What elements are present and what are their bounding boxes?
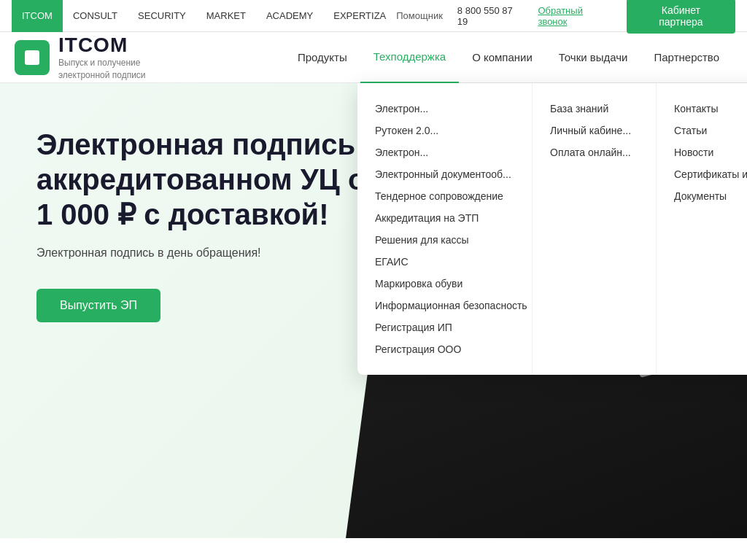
company-dropdown-col: Контакты Статьи Новости Сертификаты и ли… (657, 83, 747, 375)
dropdown-item-electronic[interactable]: Электрон... (375, 141, 514, 163)
nav-partnership[interactable]: Партнерство (641, 32, 733, 83)
callback-link[interactable]: Обратный звонок (538, 5, 611, 27)
top-bar-links: ITCOM CONSULT SECURITY MARKET ACADEMY EX… (12, 0, 396, 32)
dropdown-item-ooo[interactable]: Регистрация ООО (375, 338, 514, 360)
nav-about[interactable]: О компании (459, 32, 546, 83)
phone-number: 8 800 550 87 19 (457, 5, 524, 27)
techsupport-dropdown-col: База знаний Личный кабине... Оплата онла… (533, 83, 657, 375)
dropdown-item-tender[interactable]: Тендерное сопровождение (375, 185, 514, 207)
dropdown-item-news[interactable]: Новости (674, 141, 747, 163)
dropdown-item-certs[interactable]: Сертификаты и лицензии (674, 163, 747, 185)
dropdown-item-docs[interactable]: Документы (674, 185, 747, 207)
top-bar-right: Помощник 8 800 550 87 19 Обратный звонок… (396, 0, 735, 34)
nav-points[interactable]: Точки выдачи (546, 32, 641, 83)
hero-cta-button[interactable]: Выпустить ЭП (36, 289, 160, 322)
dropdown-item-lk[interactable]: Личный кабине... (550, 120, 638, 141)
logo-tagline: Выпуск и получение электронной подписи (58, 57, 175, 82)
topbar-link-consult[interactable]: CONSULT (63, 0, 128, 32)
dropdown-menu: Электрон... Рутокен 2.0... Электрон... Э… (357, 83, 747, 375)
top-bar: ITCOM CONSULT SECURITY MARKET ACADEMY EX… (0, 0, 747, 32)
dropdown-item-ep[interactable]: Электрон... (375, 98, 514, 120)
dropdown-item-infosec[interactable]: Информационная безопасность (375, 295, 514, 316)
topbar-link-academy[interactable]: ACADEMY (256, 0, 323, 32)
dropdown-item-ip[interactable]: Регистрация ИП (375, 316, 514, 338)
topbar-link-security[interactable]: SECURITY (128, 0, 196, 32)
hero-content: Электронная подпись в аккредитованном УЦ… (36, 127, 387, 322)
hero-subtitle: Электронная подпись в день обращения! (36, 246, 387, 260)
header: ITCOM Выпуск и получение электронной под… (0, 32, 747, 83)
logo-icon-square (25, 50, 39, 65)
main-nav: Продукты Техподдержка О компании Точки в… (285, 32, 732, 83)
dropdown-item-contacts[interactable]: Контакты (674, 98, 747, 120)
logo-icon (15, 40, 50, 75)
dropdown-item-rutoken[interactable]: Рутокен 2.0... (375, 120, 514, 141)
logo-text-area: ITCOM Выпуск и получение электронной под… (58, 34, 175, 82)
nav-products[interactable]: Продукты (285, 32, 360, 83)
hero-title: Электронная подпись в аккредитованном УЦ… (36, 127, 387, 232)
products-dropdown-col: Электрон... Рутокен 2.0... Электрон... Э… (357, 83, 533, 375)
logo-text: ITCOM (58, 34, 175, 57)
helper-label: Помощник (396, 10, 443, 21)
cabinet-button[interactable]: Кабинет партнера (627, 0, 735, 34)
topbar-link-itcom[interactable]: ITCOM (12, 0, 63, 32)
dropdown-item-accreditation[interactable]: Аккредитация на ЭТП (375, 207, 514, 229)
nav-techsupport[interactable]: Техподдержка (360, 32, 459, 83)
dropdown-item-knowledge[interactable]: База знаний (550, 98, 638, 120)
logo-area[interactable]: ITCOM Выпуск и получение электронной под… (15, 34, 175, 82)
dropdown-item-articles[interactable]: Статьи (674, 120, 747, 141)
topbar-link-market[interactable]: MARKET (196, 0, 256, 32)
dropdown-item-kassa[interactable]: Решения для кассы (375, 229, 514, 251)
dropdown-item-payment[interactable]: Оплата онлайн... (550, 141, 638, 163)
dropdown-item-shoes[interactable]: Маркировка обуви (375, 273, 514, 295)
topbar-link-expertiza[interactable]: EXPERTIZA (323, 0, 396, 32)
dropdown-item-egais[interactable]: ЕГАИС (375, 251, 514, 273)
dropdown-item-docflow[interactable]: Электронный документооб... (375, 163, 514, 185)
